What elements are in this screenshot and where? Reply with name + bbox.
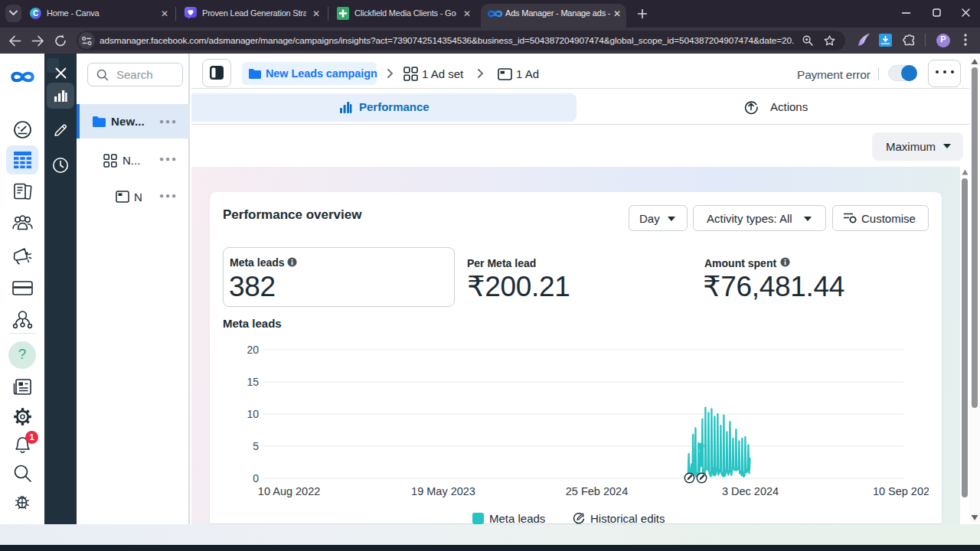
svg-text:10 Sep 2024: 10 Sep 2024	[873, 485, 936, 497]
svg-text:19 May 2023: 19 May 2023	[411, 485, 475, 497]
svg-text:15: 15	[247, 376, 259, 388]
svg-text:3 Dec 2024: 3 Dec 2024	[722, 485, 779, 497]
svg-text:0: 0	[253, 472, 259, 484]
svg-text:5: 5	[253, 440, 259, 452]
svg-text:10 Aug 2022: 10 Aug 2022	[258, 485, 320, 497]
svg-text:10: 10	[247, 408, 259, 420]
svg-text:C: C	[33, 9, 38, 18]
svg-text:25 Feb 2024: 25 Feb 2024	[566, 485, 628, 497]
svg-text:20: 20	[247, 344, 259, 356]
